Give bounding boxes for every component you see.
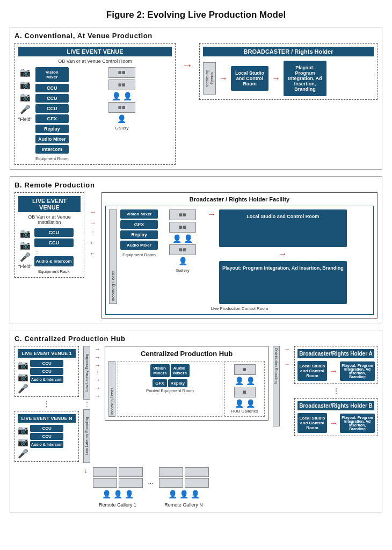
audio-mixer-btn-b: Audio Mixer [120,241,158,250]
arrows-b-to-facility: → → ⋮ ← ← [90,192,96,257]
person-row-b2: 👤 [178,257,187,265]
person-hub2: 👤 [246,377,255,385]
arrow-b-studio: → [207,209,216,219]
hub-galleries-label: HUB Galleries [228,409,262,414]
dist-encoding-label: Distribution Encoding [273,346,280,426]
broadcaster-box-ca: Broadcaster/Rights Holder A Local Studio… [294,346,378,384]
ccu-cn-1: CCU [30,425,63,432]
person-icon-b3: 👤 [178,257,187,265]
incoming-feeds-label-a: Incoming Feeds [203,62,216,95]
person-rg1-3: 👤 [125,490,134,498]
console-hub2: ▦ [234,387,256,397]
console-b1: ▦▦ [169,209,196,220]
playout-ca: Playout: Program Integration, Ad Inserti… [340,361,375,381]
arrow-dist1: → [284,346,290,352]
playout-box-b: Playout: Program Integration, Ad Inserti… [219,261,347,304]
arrow-c3: → [95,362,100,368]
console-a2: ▦▦ [108,79,135,90]
camera-c1-1: 📷 [18,360,28,370]
replay-btn-a: Replay [35,125,69,133]
arrow-dist2: → [284,361,290,367]
person-row-a1: 👤 👤 [112,92,132,100]
arrow-studio-a: → [272,74,280,83]
audio-c1: Audio & Intercom [30,376,63,383]
camera-icon-2: 📷 [20,79,31,90]
camera-icon-1: 📷 [20,67,31,77]
venue-b-subtitle: OB Van or at Venue Installation [18,214,81,225]
camera-cn-mic: 🎤 [18,448,28,459]
equip-room-label-b: Equipment Room [120,252,158,257]
camera-c1-2: 📷 [18,372,28,382]
ccu-c1-2: CCU [30,368,63,375]
camera-cn-2: 📷 [18,437,28,447]
incoming-feeds-c: Incoming Feeds [108,361,115,417]
section-c: C. Centralized Production Hub LIVE EVENT… [10,330,382,512]
dots-b1: ⋮ [34,249,40,255]
arrow-a-to-broadcaster: → [182,43,193,71]
section-a-label: A. Conventional, At Venue Production [14,32,378,40]
replay-btn-b: Replay [120,230,158,239]
ccu-btn-2a: CCU [35,94,69,103]
gfx-btn-c: GFX [153,379,166,387]
low-latency-col: Low Latency Encoding ⋮ Low Latency Encod… [83,346,90,463]
ccu-c1-1: CCU [30,360,63,367]
remote-galleries-row: ↓ 👤 👤 👤 [14,467,378,508]
person-icon-b1: 👤 [172,234,182,243]
venue-a-title: LIVE EVENT VENUE [18,47,172,56]
ccu-btn-1a: CCU [35,84,69,92]
console-rgn-1 [159,467,183,477]
dots-b2: ⋮ [90,230,96,236]
broadcaster-facility-box: Broadcaster / Rights Holder Facility Inc… [101,192,378,319]
studio-box-a: Local Studio and Control Room [231,66,268,91]
camera-icon-4: 🎤 [20,104,31,114]
camera-icon-b1: 📷 [20,228,31,238]
playout-box-a: Playout: Program Integration, Ad Inserti… [284,61,326,96]
person-icon-a2: 👤 [123,92,132,100]
arrow-c2: → [95,354,100,360]
section-b-label: B. Remote Production [14,181,378,189]
ccu-btn-2b: CCU [34,238,74,247]
console-b3: ▦▦ [169,244,196,255]
arrow-b-playout: → [219,249,347,259]
lpcr-label-b: Live Production Control Room [109,306,370,311]
person-icon-a3: 👤 [117,114,126,123]
camera-icon-b2: 📷 [20,240,31,250]
ccu-cn-2: CCU [30,433,63,440]
studio-box-b: Local Studio and Control Room [219,209,347,247]
gfx-btn-a: GFX [35,114,69,123]
dots-latency: ⋮ [84,402,90,407]
field-label-b: "Field" [18,264,32,269]
studio-ca: Local Studio and Control Room [297,361,327,381]
intercom-btn-a: Intercom [35,145,69,154]
vision-mixer-btn-a: Vision Mixer [35,67,69,82]
vision-mixers-btn-c: VisionMixers [150,364,169,377]
field-col-a: 📷 📷 📷 🎤 "Field" [18,67,32,122]
broadcaster-box-cb: Broadcaster/Rights Holder B Local Studio… [294,398,378,436]
pooled-label: Pooled Equipment Room [121,388,219,393]
remote-gallery-1-box: 👤 👤 👤 Remote Gallery 1 [93,467,143,508]
remote-gallery-n-box: 👤 👤 👤 Remote Gallery N [159,467,209,508]
broadcaster-title-a: BROADCASTER / Rights Holder [203,47,374,56]
console-rgn-4 [185,478,209,488]
section-a: A. Conventional, At Venue Production LIV… [10,27,382,170]
person-hub4: 👤 [246,399,255,408]
section-c-label: C. Centralized Production Hub [14,335,378,343]
audio-mixer-btn-a: Audio Mixer [35,135,69,143]
console-b2: ▦▦ [169,222,196,233]
person-row-hub2: 👤 👤 [235,399,255,408]
venue-a-subtitle: OB Van or at Venue Control Room [18,59,172,64]
broadcaster-col-a: BROADCASTER / Rights Holder Incoming Fee… [199,43,378,100]
remote-gallery-1-label: Remote Gallery 1 [99,502,136,508]
broadcaster-col-c: Broadcaster/Rights Holder A Local Studio… [294,346,378,436]
arrow-down-1: ↓ [84,467,88,474]
arrow-c6: → [95,393,100,399]
broadcaster-box-a: BROADCASTER / Rights Holder Incoming Fee… [199,43,378,100]
gallery-label-b: Gallery [176,268,189,273]
arrow-b3: ← [90,239,96,247]
person-rgn-1: 👤 [168,490,177,498]
broadcaster-cb-title: Broadcaster/Rights Holder B [297,401,374,410]
person-rg1-1: 👤 [102,490,111,498]
person-row-b1: 👤 👤 [172,234,193,243]
venue-c1-title: LIVE EVENT VENUE 1 [18,349,76,358]
arrows-down-to-galleries: ↓ [84,467,88,474]
